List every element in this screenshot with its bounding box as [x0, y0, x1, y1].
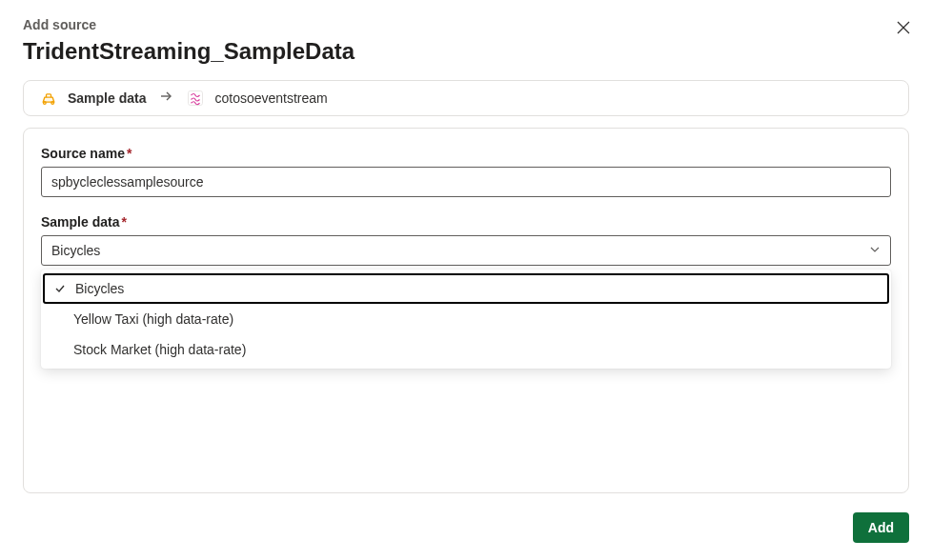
dropdown-option-stock-market[interactable]: Stock Market (high data-rate)	[41, 334, 891, 365]
sample-data-selected-value: Bicycles	[51, 243, 100, 258]
arrow-right-icon	[159, 90, 172, 107]
svg-point-3	[51, 102, 54, 105]
sample-data-label: Sample data*	[41, 214, 891, 230]
sample-data-dropdown: Bicycles Bicycles	[41, 235, 891, 266]
dropdown-option-yellow-taxi[interactable]: Yellow Taxi (high data-rate)	[41, 304, 891, 334]
sample-data-icon	[39, 89, 58, 108]
svg-point-2	[44, 102, 47, 105]
close-button[interactable]	[892, 17, 915, 40]
dropdown-option-bicycles[interactable]: Bicycles	[43, 273, 889, 304]
eventstream-icon	[186, 89, 205, 108]
required-asterisk: *	[121, 214, 126, 230]
breadcrumb-source[interactable]: Sample data	[39, 89, 146, 108]
breadcrumb-source-label: Sample data	[68, 90, 146, 106]
add-source-dialog: Add source TridentStreaming_SampleData S…	[0, 0, 932, 560]
sample-data-dropdown-list: Bicycles Yellow Taxi (high data-rate)	[41, 270, 891, 369]
sample-data-select[interactable]: Bicycles	[41, 235, 891, 266]
add-button[interactable]: Add	[853, 512, 909, 543]
dialog-footer: Add	[853, 512, 909, 543]
source-name-input[interactable]	[41, 167, 891, 197]
dropdown-option-label: Stock Market (high data-rate)	[73, 342, 246, 357]
check-icon	[52, 313, 73, 325]
breadcrumb-destination-label: cotosoeventstream	[214, 90, 327, 106]
close-icon	[897, 21, 910, 37]
source-name-label: Source name*	[41, 146, 891, 161]
form-card: Source name* Sample data* Bicycles	[23, 128, 909, 493]
required-asterisk: *	[127, 146, 132, 161]
check-icon	[52, 344, 73, 355]
breadcrumb-destination[interactable]: cotosoeventstream	[186, 89, 327, 108]
dialog-subtitle: Add source	[23, 17, 909, 32]
chevron-down-icon	[869, 243, 881, 258]
dropdown-option-label: Bicycles	[75, 281, 124, 296]
dialog-title: TridentStreaming_SampleData	[23, 38, 909, 65]
breadcrumb: Sample data cotosoeventstream	[23, 80, 909, 116]
dropdown-option-label: Yellow Taxi (high data-rate)	[73, 311, 233, 327]
check-icon	[54, 283, 75, 294]
